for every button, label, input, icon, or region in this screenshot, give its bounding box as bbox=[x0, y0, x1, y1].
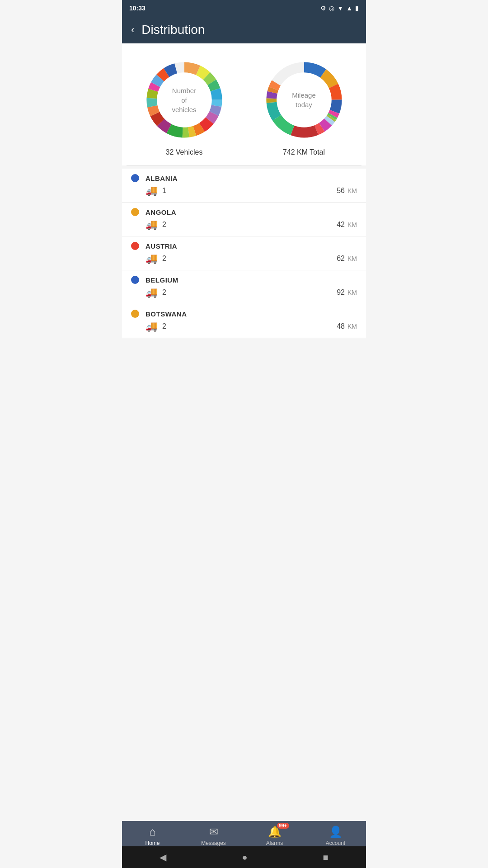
page-title: Distribution bbox=[141, 23, 205, 37]
country-name: ANGOLA bbox=[145, 208, 176, 216]
charts-divider bbox=[127, 165, 361, 166]
vehicles-donut-chart: Number of vehicles bbox=[141, 57, 227, 143]
wifi-icon: ▼ bbox=[337, 5, 343, 12]
battery-icon: ▮ bbox=[355, 5, 359, 12]
mileage-value: 62 bbox=[337, 255, 345, 263]
country-name: BELGIUM bbox=[145, 276, 178, 284]
truck-icon: 🚚 bbox=[145, 253, 158, 264]
mileage-value: 92 bbox=[337, 288, 345, 297]
country-item[interactable]: AUSTRIA 🚚 2 62 KM bbox=[122, 236, 366, 270]
truck-icon: 🚚 bbox=[145, 287, 158, 298]
vehicle-count: 2 bbox=[162, 322, 166, 330]
country-name: BOTSWANA bbox=[145, 310, 187, 318]
mileage-unit: KM bbox=[347, 289, 357, 296]
country-dot bbox=[131, 310, 139, 318]
country-item[interactable]: BELGIUM 🚚 2 92 KM bbox=[122, 270, 366, 304]
vehicle-count: 2 bbox=[162, 221, 166, 229]
settings-icon: ⚙ bbox=[320, 5, 326, 12]
back-button[interactable]: ‹ bbox=[131, 24, 134, 36]
country-dot bbox=[131, 276, 139, 284]
mileage-unit: KM bbox=[347, 187, 357, 194]
country-name: AUSTRIA bbox=[145, 242, 177, 250]
mileage-value: 48 bbox=[337, 322, 345, 330]
signal-icon: ▲ bbox=[346, 5, 352, 12]
country-dot bbox=[131, 208, 139, 216]
country-dot bbox=[131, 242, 139, 250]
mileage-unit: KM bbox=[347, 255, 357, 262]
mileage-center-text: Mileage today bbox=[292, 90, 316, 109]
charts-area: Number of vehicles 32 Vehicles bbox=[122, 43, 366, 165]
country-dot bbox=[131, 174, 139, 182]
vehicles-center-text: Number of vehicles bbox=[172, 86, 196, 114]
country-name: ALBANIA bbox=[145, 175, 178, 182]
truck-icon: 🚚 bbox=[145, 185, 158, 197]
vehicles-label: 32 Vehicles bbox=[166, 148, 203, 156]
mileage-unit: KM bbox=[347, 221, 357, 228]
mileage-chart-container: Mileage today 742 KM Total bbox=[261, 57, 347, 156]
vehicle-count: 2 bbox=[162, 288, 166, 297]
country-item[interactable]: BOTSWANA 🚚 2 48 KM bbox=[122, 304, 366, 338]
country-item[interactable]: ANGOLA 🚚 2 42 KM bbox=[122, 203, 366, 236]
mileage-value: 56 bbox=[337, 187, 345, 195]
mileage-unit: KM bbox=[347, 323, 357, 330]
vehicles-chart-container: Number of vehicles 32 Vehicles bbox=[141, 57, 227, 156]
country-item[interactable]: ALBANIA 🚚 1 56 KM bbox=[122, 169, 366, 203]
mileage-donut-chart: Mileage today bbox=[261, 57, 347, 143]
vehicle-count: 2 bbox=[162, 255, 166, 263]
truck-icon: 🚚 bbox=[145, 219, 158, 231]
header: ‹ Distribution bbox=[122, 16, 366, 43]
country-list: ALBANIA 🚚 1 56 KM ANGOLA 🚚 2 bbox=[122, 169, 366, 338]
mileage-label: 742 KM Total bbox=[283, 148, 325, 156]
status-time: 10:33 bbox=[129, 5, 145, 12]
status-icons: ⚙ ◎ ▼ ▲ ▮ bbox=[320, 5, 359, 12]
mileage-value: 42 bbox=[337, 221, 345, 229]
circle-icon: ◎ bbox=[329, 5, 334, 12]
status-bar: 10:33 ⚙ ◎ ▼ ▲ ▮ bbox=[122, 0, 366, 16]
truck-icon: 🚚 bbox=[145, 321, 158, 332]
vehicle-count: 1 bbox=[162, 187, 166, 195]
